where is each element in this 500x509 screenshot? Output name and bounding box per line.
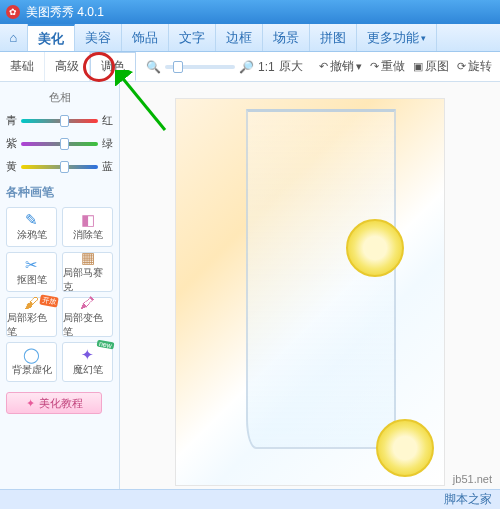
zoom-in-icon[interactable]: 🔎 [239, 60, 254, 74]
brush-icon: ◧ [81, 212, 95, 227]
original-button[interactable]: ▣原图 [413, 58, 449, 75]
zoom-slider[interactable] [165, 65, 235, 69]
zoom-controls: 🔍 🔎 1:1 原大 [146, 58, 303, 75]
sub-toolbar: 基础 高级 调色 🔍 🔎 1:1 原大 ↶撤销▾ ↷重做 ▣原图 ⟳旋转 [0, 52, 500, 82]
menu-accessories[interactable]: 饰品 [122, 24, 169, 51]
zoom-ratio: 1:1 [258, 60, 275, 74]
brush-抠图笔[interactable]: ✂抠图笔 [6, 252, 57, 292]
menu-beautify[interactable]: 美化 [28, 24, 75, 51]
brush-局部变色笔[interactable]: 🖍局部变色笔 [62, 297, 113, 337]
brush-icon: ◯ [23, 347, 40, 362]
app-logo: ✿ [6, 5, 20, 19]
subtab-advanced[interactable]: 高级 [45, 52, 90, 81]
brush-icon: ✦ [81, 347, 94, 362]
footer-credit: 脚本之家 [444, 491, 492, 508]
brush-消除笔[interactable]: ◧消除笔 [62, 207, 113, 247]
brush-header: 各种画笔 [6, 184, 113, 201]
tutorial-button[interactable]: ✦ 美化教程 [6, 392, 102, 414]
zoom-out-icon[interactable]: 🔍 [146, 60, 161, 74]
brush-背景虚化[interactable]: ◯背景虚化 [6, 342, 57, 382]
main-menu: ⌂ 美化 美容 饰品 文字 边框 场景 拼图 更多功能 [0, 24, 500, 52]
brush-局部彩色笔[interactable]: 开放🖌局部彩色笔 [6, 297, 57, 337]
menu-text[interactable]: 文字 [169, 24, 216, 51]
menu-scene[interactable]: 场景 [263, 24, 310, 51]
app-title: 美图秀秀 4.0.1 [26, 4, 104, 21]
zoom-original[interactable]: 原大 [279, 58, 303, 75]
title-bar: ✿ 美图秀秀 4.0.1 [0, 0, 500, 24]
watermark: jb51.net [453, 473, 492, 485]
brush-魔幻笔[interactable]: new✦魔幻笔 [62, 342, 113, 382]
redo-icon: ↷ [370, 60, 379, 73]
menu-collage[interactable]: 拼图 [310, 24, 357, 51]
hue-label: 色相 [6, 90, 113, 105]
color-slider[interactable]: 黄蓝 [6, 159, 113, 174]
sidebar: 色相 青红紫绿黄蓝 各种画笔 ✎涂鸦笔◧消除笔✂抠图笔▦局部马赛克开放🖌局部彩色… [0, 82, 120, 502]
rotate-icon: ⟳ [457, 60, 466, 73]
brush-icon: 🖍 [80, 295, 95, 310]
menu-more[interactable]: 更多功能 [357, 24, 437, 51]
home-button[interactable]: ⌂ [0, 24, 28, 51]
color-slider[interactable]: 紫绿 [6, 136, 113, 151]
subtab-basic[interactable]: 基础 [0, 52, 45, 81]
canvas-area [120, 82, 500, 502]
undo-button[interactable]: ↶撤销▾ [319, 58, 362, 75]
rotate-button[interactable]: ⟳旋转 [457, 58, 492, 75]
brush-icon: 🖌 [24, 295, 39, 310]
subtab-color[interactable]: 调色 [90, 52, 136, 81]
footer: 脚本之家 [0, 489, 500, 509]
star-icon: ✦ [26, 397, 35, 410]
undo-icon: ↶ [319, 60, 328, 73]
redo-button[interactable]: ↷重做 [370, 58, 405, 75]
menu-frame[interactable]: 边框 [216, 24, 263, 51]
brush-icon: ▦ [81, 250, 95, 265]
image-canvas[interactable] [175, 98, 445, 486]
menu-beauty[interactable]: 美容 [75, 24, 122, 51]
brush-局部马赛克[interactable]: ▦局部马赛克 [62, 252, 113, 292]
color-slider[interactable]: 青红 [6, 113, 113, 128]
brush-icon: ✎ [25, 212, 38, 227]
brush-icon: ✂ [25, 257, 38, 272]
image-icon: ▣ [413, 60, 423, 73]
brush-涂鸦笔[interactable]: ✎涂鸦笔 [6, 207, 57, 247]
